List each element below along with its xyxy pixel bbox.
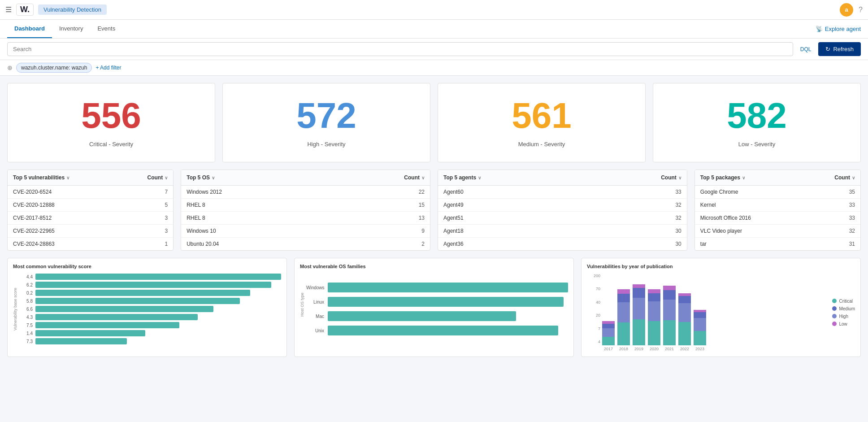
sort-count-icon-2[interactable]: ∨ bbox=[678, 175, 681, 180]
sort-icon-1[interactable]: ∨ bbox=[212, 175, 215, 180]
os-bar-label: Mac bbox=[306, 314, 324, 319]
sort-count-icon-3[interactable]: ∨ bbox=[852, 175, 855, 180]
cell-name-3-1: Kernel bbox=[695, 199, 825, 212]
table-header-3: Top 5 packages ∨ Count ∨ bbox=[695, 170, 860, 186]
metric-card-medium: 561 Medium - Severity bbox=[438, 83, 646, 162]
refresh-icon: ↻ bbox=[825, 46, 830, 52]
sort-icon-0[interactable]: ∨ bbox=[66, 175, 69, 180]
sort-count-icon-0[interactable]: ∨ bbox=[165, 175, 168, 180]
bar-segment-medium bbox=[602, 324, 615, 328]
vuln-bar bbox=[35, 306, 213, 312]
cell-name-2-4: Agent36 bbox=[438, 238, 599, 251]
stacked-bars-area: 2017201820192020202120222023 bbox=[602, 274, 827, 351]
stacked-col: 2023 bbox=[694, 274, 706, 351]
sub-nav-tabs: Dashboard Inventory Events bbox=[7, 20, 816, 38]
os-bar-row: Mac bbox=[306, 311, 568, 321]
cell-name-1-0: Windows 2012 bbox=[181, 186, 364, 199]
top-bar: ☰ W. Vulnerability Detection a ? bbox=[0, 0, 868, 20]
bar-segment-high bbox=[633, 298, 645, 319]
bar-segment-high bbox=[602, 328, 615, 337]
add-filter-button[interactable]: + Add filter bbox=[95, 65, 121, 71]
search-input[interactable] bbox=[7, 42, 793, 56]
vuln-score-bars: 4.4 6.2 0.2 5.8 6.6 4.3 7.5 1.4 7.3 bbox=[19, 274, 281, 344]
bar-segment-critical bbox=[678, 322, 691, 345]
cell-count-0-3: 3 bbox=[139, 225, 173, 238]
bar-segment-medium bbox=[678, 296, 691, 303]
explore-agent-icon: 📡 bbox=[816, 26, 823, 32]
table-title-2: Top 5 agents ∨ bbox=[443, 174, 481, 181]
y-axis-label: 4 bbox=[587, 339, 600, 344]
os-families-chart: Most vulnerable OS families Host OS type… bbox=[294, 258, 574, 357]
filter-chip[interactable]: wazuh.cluster.name: wazuh bbox=[16, 63, 92, 73]
refresh-button[interactable]: ↻ Refresh bbox=[818, 42, 861, 56]
cell-count-2-2: 32 bbox=[599, 212, 686, 225]
by-year-chart: Vulnerabilities by year of publication 2… bbox=[581, 258, 861, 357]
vuln-bar bbox=[35, 322, 179, 328]
bar-segment-high bbox=[663, 300, 676, 320]
hamburger-icon[interactable]: ☰ bbox=[5, 5, 12, 14]
bar-group bbox=[633, 274, 645, 345]
os-bar-label: Linux bbox=[306, 300, 324, 305]
sort-icon-2[interactable]: ∨ bbox=[478, 175, 481, 180]
tab-inventory[interactable]: Inventory bbox=[52, 20, 90, 38]
legend-item: Critical bbox=[832, 299, 855, 304]
table-row: Agent6033 bbox=[438, 186, 687, 199]
tab-dashboard[interactable]: Dashboard bbox=[7, 20, 52, 38]
critical-number: 556 bbox=[17, 98, 206, 134]
cell-name-3-3: VLC Video player bbox=[695, 225, 825, 238]
cell-count-2-4: 30 bbox=[599, 238, 686, 251]
dql-button[interactable]: DQL bbox=[797, 44, 815, 54]
bar-segment-critical bbox=[663, 320, 676, 345]
table-row: Kernel33 bbox=[695, 199, 860, 212]
vuln-bar-label: 1.4 bbox=[19, 331, 33, 336]
bar-segment-high bbox=[678, 303, 691, 322]
os-bar bbox=[328, 283, 568, 292]
help-icon[interactable]: ? bbox=[859, 6, 863, 14]
table-row: Agent1830 bbox=[438, 225, 687, 238]
bar-segment-low bbox=[633, 284, 645, 288]
table-row: Agent4932 bbox=[438, 199, 687, 212]
table-header-0: Top 5 vulnerabilities ∨ Count ∨ bbox=[8, 170, 173, 186]
main-content: 556 Critical - Severity 572 High - Sever… bbox=[0, 76, 868, 364]
avatar: a bbox=[840, 3, 853, 17]
tab-events[interactable]: Events bbox=[90, 20, 122, 38]
os-bar bbox=[328, 326, 558, 335]
bar-segment-critical bbox=[694, 331, 706, 345]
os-families-title: Most vulnerable OS families bbox=[300, 264, 568, 269]
table-title-1: Top 5 OS ∨ bbox=[187, 174, 215, 181]
vuln-bar bbox=[35, 290, 250, 296]
cell-count-2-0: 33 bbox=[599, 186, 686, 199]
table-row: CVE-2022-229653 bbox=[8, 225, 173, 238]
bar-segment-low bbox=[617, 289, 630, 294]
os-bar-row: Linux bbox=[306, 297, 568, 307]
cell-count-2-1: 32 bbox=[599, 199, 686, 212]
cell-name-2-0: Agent60 bbox=[438, 186, 599, 199]
cell-count-3-4: 31 bbox=[825, 238, 860, 251]
vuln-bar-label: 4.4 bbox=[19, 274, 33, 279]
explore-agent-button[interactable]: 📡 Explore agent bbox=[816, 26, 861, 32]
stacked-col: 2017 bbox=[602, 274, 615, 351]
stacked-col-label: 2019 bbox=[634, 347, 643, 351]
stacked-col-label: 2022 bbox=[680, 347, 689, 351]
vuln-score-y-label: Vulnerability base score bbox=[13, 274, 17, 344]
os-bar bbox=[328, 311, 516, 321]
legend-label: Medium bbox=[839, 306, 855, 311]
table-row: Microsoft Office 201633 bbox=[695, 212, 860, 225]
bar-group bbox=[694, 274, 706, 345]
sort-count-icon-1[interactable]: ∨ bbox=[421, 175, 425, 180]
app-title: Vulnerability Detection bbox=[38, 4, 107, 15]
legend-dot bbox=[832, 314, 837, 318]
cell-name-3-0: Google Chrome bbox=[695, 186, 825, 199]
vuln-bar-label: 7.3 bbox=[19, 339, 33, 344]
y-axis-label: 20 bbox=[587, 313, 600, 318]
sort-icon-3[interactable]: ∨ bbox=[742, 175, 745, 180]
legend-item: Low bbox=[832, 322, 855, 326]
vuln-bar-row: 0.2 bbox=[19, 290, 281, 296]
vuln-bar-label: 4.3 bbox=[19, 315, 33, 320]
table-row: CVE-2020-65247 bbox=[8, 186, 173, 199]
legend-dot bbox=[832, 322, 837, 326]
bar-group bbox=[678, 274, 691, 345]
table-1: Windows 201222RHEL 815RHEL 813Windows 10… bbox=[181, 186, 430, 250]
cell-name-0-3: CVE-2022-22965 bbox=[8, 225, 139, 238]
y-axis-label: 7 bbox=[587, 326, 600, 331]
